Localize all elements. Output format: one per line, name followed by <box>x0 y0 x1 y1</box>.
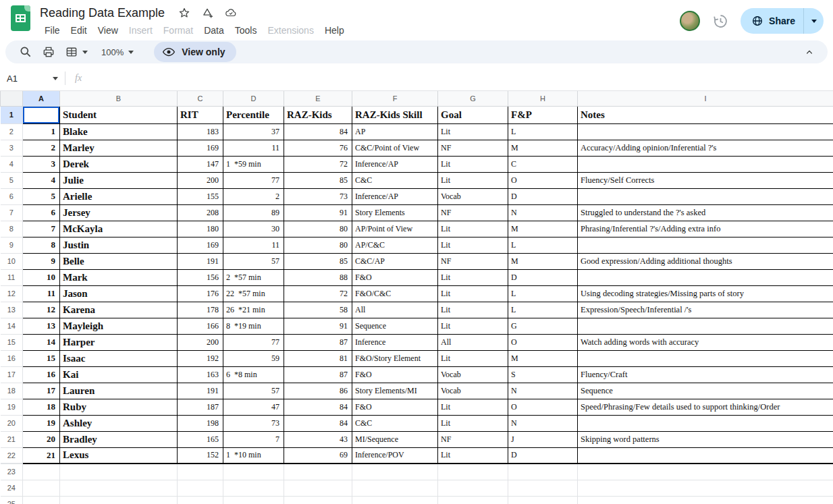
cell-G1[interactable]: Goal <box>438 106 508 123</box>
cell-G22[interactable]: Lit <box>438 447 508 464</box>
cell-E8[interactable]: 80 <box>284 221 352 237</box>
cell-G25[interactable] <box>438 496 508 504</box>
cell-B24[interactable] <box>60 480 178 496</box>
cell-F8[interactable]: AP/Point of View <box>352 221 438 237</box>
cell-E19[interactable]: 84 <box>284 399 352 415</box>
cell-F14[interactable]: Sequence <box>352 318 438 334</box>
cell-F11[interactable]: F&O <box>352 269 438 285</box>
cell-I16[interactable] <box>578 350 833 366</box>
cell-H22[interactable]: D <box>508 447 578 464</box>
cell-G2[interactable]: Lit <box>438 123 508 140</box>
cell-H5[interactable]: O <box>508 172 578 188</box>
cell-D1[interactable]: Percentile <box>223 106 284 123</box>
cell-G10[interactable]: NF <box>438 253 508 269</box>
cell-E2[interactable]: 84 <box>284 123 352 140</box>
cell-F18[interactable]: Story Elements/MI <box>352 383 438 399</box>
cell-E22[interactable]: 69 <box>284 447 352 464</box>
row-header-21[interactable]: 21 <box>1 431 23 447</box>
cell-D22[interactable]: 1 *10 min <box>223 447 284 464</box>
cell-G4[interactable]: Lit <box>438 156 508 172</box>
cell-D21[interactable]: 7 <box>223 431 284 447</box>
cell-I6[interactable] <box>578 188 833 204</box>
column-header-I[interactable]: I <box>578 91 833 106</box>
cell-B2[interactable]: Blake <box>60 123 178 140</box>
cell-F6[interactable]: Inference/AP <box>352 188 438 204</box>
star-icon[interactable] <box>178 7 190 19</box>
cell-A5[interactable]: 4 <box>23 172 60 188</box>
cell-B17[interactable]: Kai <box>60 366 178 383</box>
cell-G3[interactable]: NF <box>438 140 508 156</box>
cell-E7[interactable]: 91 <box>284 204 352 221</box>
cell-C13[interactable]: 178 <box>178 302 223 318</box>
cell-E4[interactable]: 72 <box>284 156 352 172</box>
cell-C25[interactable] <box>178 496 223 504</box>
cell-A24[interactable] <box>23 480 60 496</box>
cell-A18[interactable]: 17 <box>23 383 60 399</box>
cell-B19[interactable]: Ruby <box>60 399 178 415</box>
share-button[interactable]: Share <box>741 15 803 27</box>
column-header-B[interactable]: B <box>60 91 178 106</box>
cell-D14[interactable]: 8 *19 min <box>223 318 284 334</box>
cell-B6[interactable]: Arielle <box>60 188 178 204</box>
cell-C8[interactable]: 180 <box>178 221 223 237</box>
row-header-19[interactable]: 19 <box>1 399 23 415</box>
cell-A3[interactable]: 2 <box>23 140 60 156</box>
cell-F19[interactable]: F&O <box>352 399 438 415</box>
cell-I8[interactable]: Phrasing/Inferential ?'s/Adding extra in… <box>578 221 833 237</box>
menu-view[interactable]: View <box>93 23 123 38</box>
cell-I9[interactable] <box>578 237 833 253</box>
version-history-icon[interactable] <box>712 13 728 29</box>
cell-B14[interactable]: Mayleigh <box>60 318 178 334</box>
row-header-11[interactable]: 11 <box>1 269 23 285</box>
cell-E15[interactable]: 87 <box>284 334 352 350</box>
cell-G23[interactable] <box>438 464 508 480</box>
cell-F13[interactable]: All <box>352 302 438 318</box>
row-header-14[interactable]: 14 <box>1 318 23 334</box>
cell-E17[interactable]: 87 <box>284 366 352 383</box>
cell-H24[interactable] <box>508 480 578 496</box>
cell-I20[interactable] <box>578 415 833 431</box>
cell-I13[interactable]: Expression/Speech/Inferential /'s <box>578 302 833 318</box>
row-header-3[interactable]: 3 <box>1 140 23 156</box>
name-box[interactable]: A1 <box>7 74 65 84</box>
cell-A25[interactable] <box>23 496 60 504</box>
cell-H4[interactable]: C <box>508 156 578 172</box>
cell-B5[interactable]: Julie <box>60 172 178 188</box>
cell-D3[interactable]: 11 <box>223 140 284 156</box>
cell-A22[interactable]: 21 <box>23 447 60 464</box>
cell-H3[interactable]: M <box>508 140 578 156</box>
cell-C24[interactable] <box>178 480 223 496</box>
cell-D8[interactable]: 30 <box>223 221 284 237</box>
cell-H14[interactable]: G <box>508 318 578 334</box>
cell-F22[interactable]: Inference/POV <box>352 447 438 464</box>
cell-H18[interactable]: N <box>508 383 578 399</box>
column-header-G[interactable]: G <box>438 91 508 106</box>
column-header-H[interactable]: H <box>508 91 578 106</box>
cell-I23[interactable] <box>578 464 833 480</box>
cell-C23[interactable] <box>178 464 223 480</box>
row-header-12[interactable]: 12 <box>1 285 23 302</box>
cell-F15[interactable]: Inference <box>352 334 438 350</box>
cell-C14[interactable]: 166 <box>178 318 223 334</box>
cell-G11[interactable]: Lit <box>438 269 508 285</box>
cell-H10[interactable]: M <box>508 253 578 269</box>
cell-C11[interactable]: 156 <box>178 269 223 285</box>
column-header-C[interactable]: C <box>178 91 223 106</box>
cell-C3[interactable]: 169 <box>178 140 223 156</box>
cell-E3[interactable]: 76 <box>284 140 352 156</box>
cell-B1[interactable]: Student <box>60 106 178 123</box>
cell-D5[interactable]: 77 <box>223 172 284 188</box>
row-header-24[interactable]: 24 <box>1 480 23 496</box>
cell-I4[interactable] <box>578 156 833 172</box>
cell-E6[interactable]: 73 <box>284 188 352 204</box>
cell-E1[interactable]: RAZ-Kids <box>284 106 352 123</box>
cell-D23[interactable] <box>223 464 284 480</box>
print-icon[interactable] <box>39 43 58 61</box>
cell-C21[interactable]: 165 <box>178 431 223 447</box>
row-header-6[interactable]: 6 <box>1 188 23 204</box>
cell-H12[interactable]: L <box>508 285 578 302</box>
cell-B20[interactable]: Ashley <box>60 415 178 431</box>
cell-I10[interactable]: Good expression/Adding additional though… <box>578 253 833 269</box>
cell-E13[interactable]: 58 <box>284 302 352 318</box>
cell-I21[interactable]: Skipping word patterns <box>578 431 833 447</box>
